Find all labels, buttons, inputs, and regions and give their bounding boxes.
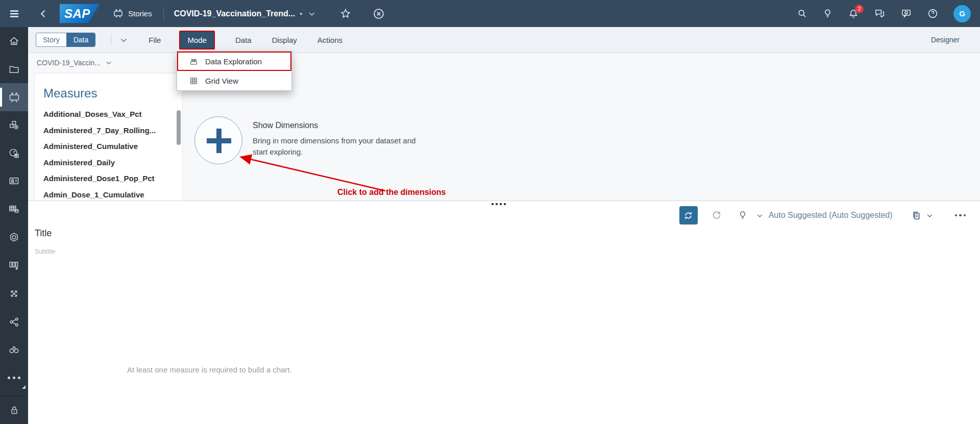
story-toolbar: Story Data File Mode Data Display Action… (28, 27, 980, 53)
lock-icon (9, 405, 20, 416)
show-dimensions-button[interactable] (194, 116, 242, 164)
discussions-button[interactable] (874, 8, 886, 19)
document-title: COVID-19_Vaccination_Trend... (174, 9, 295, 18)
close-document-button[interactable] (372, 7, 385, 20)
chart-empty-message: At least one measure is required to buil… (127, 365, 292, 374)
copy-menu-chevron[interactable] (926, 212, 934, 219)
favorite-button[interactable] (339, 8, 352, 20)
menu-item-label: Data Exploration (205, 57, 262, 66)
empty-state-description: start exploring. (253, 147, 303, 156)
dataset-selector[interactable]: COVID-19_Vaccin... (37, 59, 112, 67)
sidebar-item-modeler[interactable] (0, 223, 28, 252)
chart-type-selector[interactable]: Auto Suggested (Auto Suggested) (769, 211, 893, 220)
star-icon (339, 8, 352, 20)
menu-file[interactable]: File (149, 36, 161, 44)
sidebar-item-digital-boardroom[interactable] (0, 139, 28, 167)
menu-display[interactable]: Display (272, 36, 297, 44)
menu-mode[interactable]: Mode (179, 31, 215, 49)
measure-list-item[interactable]: Admin_Dose_1_Cumulative (43, 187, 182, 201)
redo-icon (711, 210, 722, 221)
more-actions-button[interactable] (955, 214, 966, 217)
widget-title[interactable]: Title (35, 228, 52, 239)
chat-bubbles-icon (874, 8, 886, 19)
sidebar-item-security[interactable] (0, 395, 28, 424)
nav-stories[interactable]: Stories (113, 8, 152, 19)
measure-list-item[interactable]: Additional_Doses_Vax_Pct (43, 106, 182, 122)
help-icon (927, 8, 939, 19)
copy-button[interactable] (911, 210, 922, 221)
table-coins-icon (8, 204, 20, 215)
sidebar-item-datasets[interactable] (0, 195, 28, 223)
binoculars-icon (8, 344, 20, 356)
help-button[interactable] (927, 8, 939, 19)
sidebar-item-share[interactable] (0, 308, 28, 336)
search-button[interactable] (797, 8, 807, 19)
menu-file-label: File (149, 36, 161, 44)
data-exploration-icon (189, 57, 199, 66)
sidebar-item-stories[interactable] (0, 83, 28, 111)
designer-toggle[interactable]: Designer (931, 36, 960, 44)
refresh-button[interactable] (679, 206, 698, 225)
hamburger-menu-button[interactable] (0, 8, 28, 20)
menu-data[interactable]: Data (235, 36, 252, 44)
dataset-name: COVID-19_Vaccin... (37, 59, 101, 67)
measure-list-item[interactable]: Administered_Cumulative (43, 138, 182, 155)
measures-panel: Measures Additional_Doses_Vax_Pct Admini… (34, 73, 183, 201)
menu-mode-label: Mode (187, 36, 207, 44)
stories-board-icon (8, 91, 20, 104)
feedback-button[interactable] (900, 8, 912, 19)
measures-list: Additional_Doses_Vax_Pct Administered_7_… (35, 106, 182, 201)
chevron-left-icon (38, 9, 48, 19)
close-circle-icon (372, 7, 385, 20)
shell-actions: 2 G (797, 5, 971, 22)
expand-arrows-icon (8, 288, 20, 300)
chevron-down-icon (105, 59, 112, 66)
tab-story[interactable]: Story (36, 33, 66, 47)
toolbar-separator (111, 34, 111, 45)
chevron-down-icon (926, 212, 934, 219)
menu-actions[interactable]: Actions (317, 36, 342, 44)
sidebar-item-files[interactable] (0, 55, 28, 83)
sidebar-item-more[interactable] (0, 364, 28, 392)
hexagon-model-icon (8, 232, 20, 243)
shell-separator (163, 7, 164, 20)
measures-panel-title: Measures (43, 86, 182, 101)
chart-type-chevron[interactable] (756, 212, 764, 219)
sap-analytics-cloud-window: SAP Stories COVID-19_Vaccination_Trend..… (0, 0, 980, 424)
tab-story-label: Story (43, 36, 60, 44)
unsaved-indicator: ● (300, 11, 302, 16)
smart-insights-button[interactable] (738, 210, 748, 220)
chevron-down-icon (756, 212, 764, 219)
hamburger-icon (8, 8, 20, 20)
insights-button[interactable] (822, 8, 833, 19)
menu-item-grid-view[interactable]: Grid View (177, 71, 291, 90)
share-icon (9, 316, 20, 328)
presentation-person-icon (8, 176, 20, 187)
measures-scrollbar-thumb[interactable] (177, 110, 181, 145)
sidebar-item-transformations[interactable] (0, 280, 28, 308)
document-menu-button[interactable] (308, 10, 316, 18)
menu-item-data-exploration[interactable]: Data Exploration (177, 52, 291, 71)
sidebar-item-home[interactable] (0, 27, 28, 55)
plus-icon (216, 129, 222, 153)
notifications-button[interactable]: 2 (848, 8, 859, 19)
chart-canvas: Auto Suggested (Auto Suggested) Title Su… (28, 201, 980, 424)
copy-icon (911, 210, 922, 221)
measure-list-item[interactable]: Administered_Daily (43, 155, 182, 171)
widget-subtitle[interactable]: Subtitle (35, 248, 55, 255)
sidebar-item-analytic-applications[interactable] (0, 111, 28, 139)
panel-resize-handle[interactable] (492, 203, 506, 205)
toolbar-collapse-button[interactable] (119, 36, 128, 44)
redo-button[interactable] (711, 210, 722, 221)
annotation-label: Click to add the dimensions (337, 188, 446, 197)
lightbulb-icon (822, 8, 833, 19)
back-button[interactable] (38, 9, 48, 19)
sidebar-item-presentations[interactable] (0, 167, 28, 195)
measure-list-item[interactable]: Administered_Dose1_Pop_Pct (43, 170, 182, 187)
sidebar-item-explore[interactable] (0, 336, 28, 364)
measure-list-item[interactable]: Administered_7_Day_Rolling... (43, 122, 182, 139)
search-icon (797, 8, 807, 19)
avatar[interactable]: G (953, 5, 971, 22)
sidebar-item-data-import[interactable] (0, 252, 28, 280)
tab-data[interactable]: Data (66, 33, 96, 47)
